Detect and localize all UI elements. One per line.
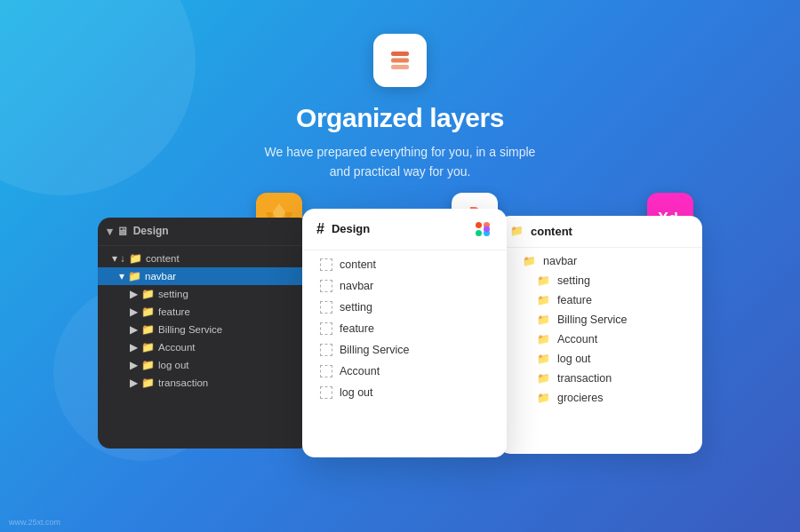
xd-item-logout[interactable]: 📁 log out [498,349,702,369]
subtitle: We have prepared everything for you, in … [0,142,800,182]
frame-icon [320,386,332,399]
frame-icon [320,365,332,377]
sketch-item-setting[interactable]: ▶ 📁 setting [98,285,311,303]
svg-rect-13 [476,230,482,236]
figma-panel-title: Design [332,222,370,235]
xd-folder-icon: 📁 [537,353,550,365]
sketch-item-billing[interactable]: ▶ 📁 Billing Service [98,321,311,338]
folder-icon: 📁 [141,341,155,353]
sketch-panel-header: ▾ 🖥 Design [98,218,311,246]
xd-folder-icon: 📁 [537,294,550,306]
svg-rect-11 [476,222,482,228]
figma-item-navbar[interactable]: navbar [302,275,507,297]
svg-rect-0 [391,52,409,56]
hash-icon: # [316,221,324,237]
xd-folder-icon: 📁 [537,274,550,287]
xd-folder-icon: 📁 [537,314,550,326]
xd-panel-header: 📁 content [498,216,702,248]
figma-item-account[interactable]: Account [302,361,507,382]
folder-icon: 📁 [141,359,155,371]
folder-icon: 📁 [141,288,155,300]
figma-panel: # Design content [302,209,507,457]
figma-panel-header: # Design [302,209,507,250]
folder-icon: 📁 [129,252,142,265]
frame-icon [320,322,332,335]
layers-icon [384,44,416,76]
sketch-layer-list: ▾ ↓ 📁 content ▾ 📁 navbar ▶ 📁 setting [98,246,311,395]
frame-icon [320,258,332,271]
xd-item-account[interactable]: 📁 Account [498,330,702,349]
xd-folder-icon: 📁 [537,333,550,345]
folder-icon: 📁 [141,306,155,318]
xd-item-billing[interactable]: 📁 Billing Service [498,310,702,330]
xd-panel-wrapper: Xd 📁 content 📁 navbar 📁 setting [498,209,702,454]
xd-folder-icon: 📁 [537,372,550,385]
frame-icon [320,344,332,356]
xd-item-feature[interactable]: 📁 feature [498,290,702,310]
frame-icon [320,280,332,292]
figma-layer-list: content navbar setting feature Billing S… [302,250,507,407]
figma-item-feature[interactable]: feature [302,318,507,339]
figma-item-billing[interactable]: Billing Service [302,339,507,361]
figma-panel-wrapper: F # Design [302,209,507,457]
xd-folder-icon: 📁 [510,225,524,237]
xd-item-navbar[interactable]: 📁 navbar [498,251,702,271]
sketch-item-logout[interactable]: ▶ 📁 log out [98,356,311,374]
svg-point-15 [484,226,490,232]
sketch-panel: ▾ 🖥 Design ▾ ↓ 📁 content ▾ 📁 navbar [98,218,311,449]
figma-logo-icon [473,219,492,239]
svg-rect-2 [391,65,409,69]
xd-item-transaction[interactable]: 📁 transaction [498,369,702,388]
watermark: www.25xt.com [9,518,60,527]
page-title: Organized layers [0,103,800,133]
header: Organized layers We have prepared everyt… [0,0,800,182]
figma-logo-colors [473,219,492,239]
xd-item-grocieres[interactable]: 📁 grocieres [498,388,702,408]
svg-rect-1 [391,59,409,63]
sketch-item-content[interactable]: ▾ ↓ 📁 content [98,250,311,267]
sketch-item-account[interactable]: ▶ 📁 Account [98,338,311,356]
xd-layer-list: 📁 navbar 📁 setting 📁 feature 📁 Billing S… [498,248,702,411]
figma-item-content[interactable]: content [302,254,507,275]
folder-icon: 📁 [141,377,155,389]
panels-container: ▾ 🖥 Design ▾ ↓ 📁 content ▾ 📁 navbar [0,182,800,457]
xd-panel-title: content [531,225,572,238]
frame-icon [320,301,332,314]
app-icon [373,34,427,87]
sketch-item-navbar[interactable]: ▾ 📁 navbar [98,267,311,285]
folder-icon: 📁 [128,270,141,282]
monitor-icon: ▾ 🖥 [107,225,128,238]
sketch-item-feature[interactable]: ▶ 📁 feature [98,303,311,321]
xd-folder-icon: 📁 [537,392,550,404]
sketch-panel-title: Design [133,225,169,237]
xd-folder-icon: 📁 [523,255,536,267]
figma-item-setting[interactable]: setting [302,297,507,318]
figma-item-logout[interactable]: log out [302,382,507,403]
xd-item-setting[interactable]: 📁 setting [498,271,702,290]
sketch-panel-wrapper: ▾ 🖥 Design ▾ ↓ 📁 content ▾ 📁 navbar [98,209,311,449]
folder-icon: 📁 [141,323,155,336]
xd-panel: 📁 content 📁 navbar 📁 setting 📁 feature [498,216,702,454]
sketch-item-transaction[interactable]: ▶ 📁 transaction [98,374,311,392]
